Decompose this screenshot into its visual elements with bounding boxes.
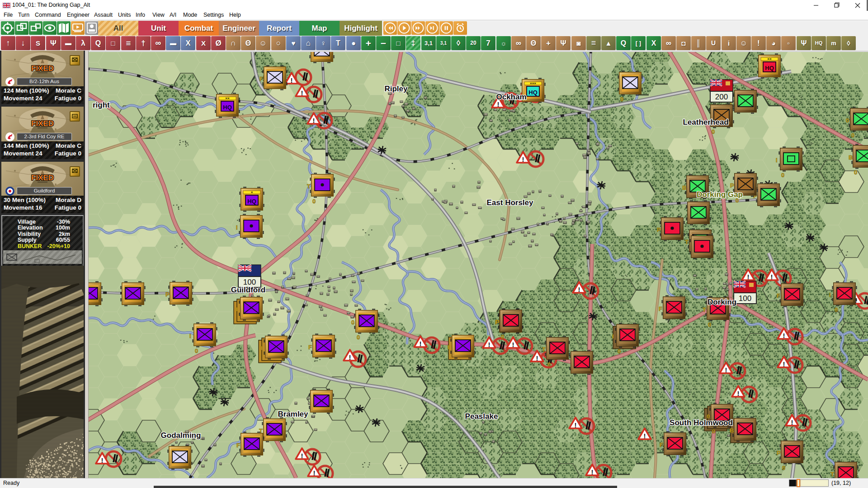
svg-text:I: I [448, 344, 449, 351]
svg-text:P: P [165, 291, 170, 298]
svg-text:0: 0 [782, 465, 785, 471]
svg-text:Dorking Gap: Dorking Gap [697, 190, 743, 199]
svg-text:×××: ××× [530, 81, 536, 85]
svg-text:!: ! [101, 456, 104, 464]
svg-text:T: T [542, 346, 546, 353]
svg-text:!: ! [313, 469, 316, 477]
svg-text:!: ! [512, 341, 514, 348]
svg-text:F: F [660, 441, 663, 448]
svg-text:!: ! [313, 117, 315, 124]
svg-text:I: I [189, 333, 191, 339]
svg-text:HQ: HQ [223, 104, 232, 111]
svg-text:0: 0 [547, 361, 551, 368]
svg-text:200: 200 [715, 93, 728, 101]
svg-text:South Holmwood: South Holmwood [670, 418, 733, 427]
svg-text:!: ! [497, 100, 500, 108]
svg-text:I: I [236, 224, 238, 231]
svg-text:B: B [849, 154, 853, 161]
svg-text:Godalming: Godalming [161, 431, 201, 440]
svg-text:P: P [495, 319, 500, 325]
svg-text:!: ! [578, 286, 580, 293]
svg-text:0: 0 [781, 172, 784, 178]
svg-text:I: I [776, 157, 778, 164]
svg-text:F: F [777, 292, 780, 299]
svg-text:B: B [682, 184, 686, 191]
svg-text:!: ! [737, 389, 740, 397]
svg-text:!: ! [488, 341, 491, 348]
svg-text:!: ! [783, 360, 785, 368]
svg-text:0: 0 [851, 132, 854, 139]
svg-text:Leatherhead: Leatherhead [683, 118, 728, 127]
svg-text:P: P [730, 182, 734, 189]
svg-text:0: 0 [712, 128, 715, 135]
svg-text:Dorking: Dorking [708, 298, 736, 306]
svg-text:!: ! [536, 354, 538, 362]
svg-text:Ockham: Ockham [496, 93, 526, 101]
svg-text:Bramley: Bramley [278, 410, 308, 418]
svg-text:F: F [659, 305, 662, 312]
svg-text:0: 0 [712, 428, 715, 435]
svg-text:0: 0 [357, 334, 360, 341]
svg-text:I: I [829, 291, 831, 298]
svg-text:!: ! [349, 353, 351, 361]
svg-text:F: F [236, 442, 240, 449]
svg-text:××: ×× [225, 96, 230, 100]
svg-text:P: P [777, 450, 781, 456]
svg-text:!: ! [420, 340, 422, 347]
svg-text:I: I [612, 333, 614, 340]
svg-text:×: × [251, 190, 253, 194]
svg-text:0: 0 [854, 169, 857, 176]
svg-text:!: ! [644, 432, 646, 440]
svg-text:0: 0 [835, 306, 838, 313]
svg-text:!: ! [783, 332, 785, 339]
svg-text:T: T [703, 306, 706, 313]
svg-text:0: 0 [312, 198, 316, 205]
svg-text:T: T [830, 471, 834, 478]
svg-text:Guildford: Guildford [231, 286, 265, 294]
svg-text:P: P [657, 226, 661, 233]
svg-text:!: ! [301, 89, 303, 97]
svg-text:T: T [685, 239, 689, 245]
svg-text:0: 0 [501, 333, 504, 340]
svg-text:F: F [308, 344, 312, 351]
svg-text:right: right [93, 101, 110, 109]
svg-text:0: 0 [351, 319, 354, 326]
svg-text:HQ: HQ [528, 89, 538, 96]
svg-text:Ripley: Ripley [384, 84, 408, 93]
svg-text:HQ: HQ [765, 65, 774, 71]
svg-text:0: 0 [708, 321, 711, 328]
svg-text:0: 0 [620, 96, 623, 103]
svg-text:!: ! [575, 421, 577, 429]
svg-text:I: I [236, 306, 238, 313]
svg-text:I: I [261, 345, 263, 352]
svg-text:××: ×× [767, 57, 772, 61]
svg-text:!: ! [771, 273, 773, 281]
svg-text:B: B [730, 427, 734, 434]
svg-text:!: ! [791, 418, 793, 426]
svg-text:!: ! [291, 76, 293, 84]
svg-text:F: F [259, 75, 263, 82]
svg-text:0: 0 [195, 347, 198, 354]
svg-text:!: ! [747, 273, 750, 281]
svg-text:Peaslake: Peaslake [465, 412, 498, 421]
svg-text:0: 0 [618, 348, 621, 355]
svg-text:!: ! [301, 452, 303, 460]
svg-text:!: ! [591, 468, 594, 476]
svg-text:100: 100 [739, 294, 751, 303]
svg-text:0: 0 [846, 117, 849, 124]
svg-text:T: T [307, 183, 311, 190]
svg-text:HQ: HQ [247, 198, 256, 205]
svg-text:East Horsley: East Horsley [487, 198, 534, 207]
svg-text:!: ! [725, 366, 727, 374]
svg-text:!: ! [522, 155, 524, 163]
